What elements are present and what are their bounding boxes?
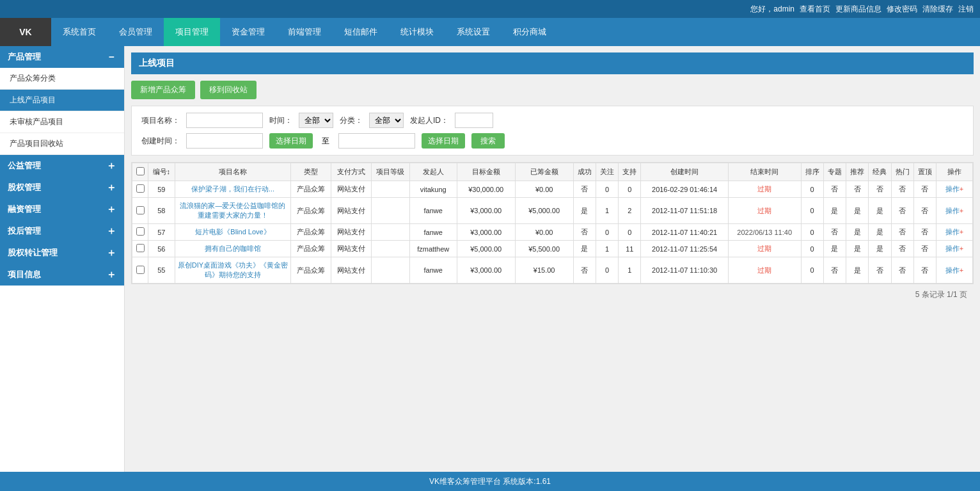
create-time-label: 创建时间： [141,136,180,147]
row-checkbox-0[interactable] [136,184,145,193]
sidebar-item-pending-project[interactable]: 未审核产品项目 [0,111,124,133]
nav-frontend[interactable]: 前端管理 [276,18,333,46]
nav-stats[interactable]: 统计模块 [389,18,445,46]
op-link-2[interactable]: 操作+ [945,228,963,236]
row-checkbox-4[interactable] [136,266,145,274]
nav-project[interactable]: 项目管理 [164,18,220,46]
cell-op-3: 操作+ [937,241,973,257]
sidebar-item-online-project[interactable]: 上线产品项目 [0,90,124,111]
nav-home[interactable]: 系统首页 [51,18,107,46]
table-row: 56 拥有自己的咖啡馆 产品众筹 网站支付 fzmatthew ¥5,000.0… [132,241,973,257]
op-link-1[interactable]: 操作+ [945,207,963,214]
change-password-link[interactable]: 修改密码 [887,4,917,15]
col-name-header: 项目名称 [175,163,291,181]
op-link-0[interactable]: 操作+ [945,185,963,193]
top-bar: 您好，admin 查看首页 更新商品信息 修改密码 清除缓存 注销 [0,0,980,18]
move-to-recycle-button[interactable]: 移到回收站 [200,81,257,99]
sidebar-section-product-header[interactable]: 产品管理 － [0,46,124,68]
project-name-link-3[interactable]: 拥有自己的咖啡馆 [205,245,261,252]
start-date-input[interactable] [186,133,263,149]
cell-target-2: ¥3,000.00 [457,224,515,241]
plus-icon-financing: ＋ [106,204,116,214]
sidebar-item-recycle-project[interactable]: 产品项目回收站 [0,133,124,155]
sidebar-section-welfare-header[interactable]: 公益管理 ＋ [0,155,124,177]
cell-hot-2: 否 [891,224,913,241]
cell-name-0: 保护梁子湖，我们在行动... [175,181,291,198]
sidebar-item-product-category[interactable]: 产品众筹分类 [0,68,124,90]
cell-initiator-0: vitakung [409,181,457,198]
cell-type-4: 产品众筹 [291,257,331,284]
cell-pay-0: 网站支付 [331,181,371,198]
sidebar-section-welfare: 公益管理 ＋ [0,155,124,177]
cell-hot-0: 否 [891,181,913,198]
time-select[interactable]: 全部 今日 本周 本月 [299,113,333,128]
update-product-link[interactable]: 更新商品信息 [835,4,881,15]
select-start-date-button[interactable]: 选择日期 [269,133,313,149]
nav-member[interactable]: 会员管理 [107,18,164,46]
sidebar-section-financing-header[interactable]: 融资管理 ＋ [0,198,124,220]
cell-follow-1: 1 [596,198,618,224]
clear-cache-link[interactable]: 清除缓存 [922,4,953,15]
cell-type-2: 产品众筹 [291,224,331,241]
select-all-checkbox[interactable] [136,167,145,175]
cell-id-4: 55 [148,257,175,284]
cell-top-4: 否 [913,257,936,284]
nav-fund[interactable]: 资金管理 [220,18,276,46]
cell-rank-4: 0 [801,257,823,284]
footer: VK维客众筹管理平台 系统版本:1.61 [0,472,980,491]
cell-target-1: ¥3,000.00 [457,198,515,224]
cell-end-4: 过期 [728,257,801,284]
view-home-link[interactable]: 查看首页 [800,4,830,15]
sidebar-section-equity-transfer: 股权转让管理 ＋ [0,242,124,264]
select-end-date-button[interactable]: 选择日期 [422,133,465,149]
cell-recommend-1: 是 [846,198,869,224]
cell-special-4: 否 [823,257,846,284]
project-name-link-0[interactable]: 保护梁子湖，我们在行动... [191,185,274,193]
col-created-header[interactable]: 创建时间 [641,163,728,181]
page-title: 上线项目 [131,52,974,74]
cell-id-0: 59 [148,181,175,198]
nav-settings[interactable]: 系统设置 [445,18,502,46]
row-checkbox-2[interactable] [136,227,145,236]
table-row: 58 流浪猫的家—爱天使公益咖啡馆的重建需要大家的力量！ 产品众筹 网站支付 f… [132,198,973,224]
cell-support-2: 0 [619,224,641,241]
sidebar-section-product-label: 产品管理 [8,51,41,63]
cell-target-3: ¥5,000.00 [457,241,515,257]
col-recommend-header: 推荐 [846,163,869,181]
row-checkbox-3[interactable] [136,244,145,252]
nav-bar: VK 系统首页 会员管理 项目管理 资金管理 前端管理 短信邮件 统计模块 系统… [0,18,980,46]
cell-level-2 [371,224,409,241]
sidebar-section-project-info-header[interactable]: 项目信息 ＋ [0,264,124,286]
cell-initiator-4: fanwe [409,257,457,284]
sidebar-section-equity-header[interactable]: 股权管理 ＋ [0,177,124,198]
col-id-header[interactable]: 编号↕ [148,163,175,181]
search-row-2: 创建时间： 选择日期 至 选择日期 搜索 [141,133,963,149]
cell-follow-0: 0 [596,181,618,198]
cell-created-3: 2012-11-07 11:25:54 [641,241,728,257]
nav-points[interactable]: 积分商城 [502,18,558,46]
add-crowdfunding-button[interactable]: 新增产品众筹 [131,81,195,99]
sidebar-section-product: 产品管理 － 产品众筹分类 上线产品项目 未审核产品项目 产品项目回收站 [0,46,124,155]
greeting: 您好，admin [750,4,794,15]
date-separator: 至 [322,136,329,147]
category-select[interactable]: 全部 [369,113,404,128]
sidebar-section-financing-label: 融资管理 [8,204,41,215]
initiator-input[interactable] [455,113,493,128]
cell-success-1: 是 [573,198,596,224]
project-name-link-1[interactable]: 流浪猫的家—爱天使公益咖啡馆的重建需要大家的力量！ [180,202,285,219]
table-row: 57 短片电影《Blind Love》 产品众筹 网站支付 fanwe ¥3,0… [132,224,973,241]
nav-sms[interactable]: 短信邮件 [333,18,389,46]
row-checkbox-1[interactable] [136,206,145,214]
op-link-3[interactable]: 操作+ [945,245,963,252]
col-raised-header: 已筹金额 [515,163,573,181]
logout-link[interactable]: 注销 [958,4,974,15]
search-button[interactable]: 搜索 [471,133,505,149]
project-name-link-2[interactable]: 短片电影《Blind Love》 [195,228,270,236]
sidebar-section-equity-transfer-header[interactable]: 股权转让管理 ＋ [0,242,124,264]
project-name-link-4[interactable]: 原创DIY桌面游戏《功夫》《黄金密码》期待您的支持 [178,261,288,278]
end-date-input[interactable] [338,133,415,149]
name-input[interactable] [186,113,263,128]
op-link-4[interactable]: 操作+ [945,266,963,274]
col-top-header: 置顶 [913,163,936,181]
sidebar-section-postinvest-header[interactable]: 投后管理 ＋ [0,220,124,242]
